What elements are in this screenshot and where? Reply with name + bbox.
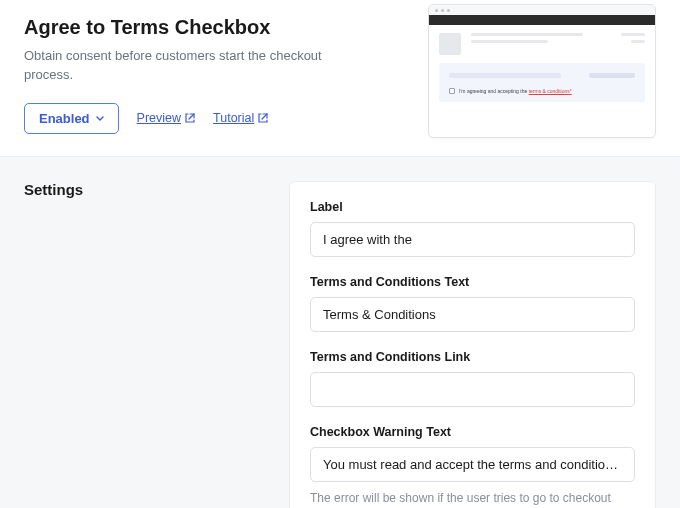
label-input[interactable] bbox=[310, 222, 635, 257]
preview-link[interactable]: Preview bbox=[137, 111, 195, 125]
thumb-topbar bbox=[429, 15, 655, 25]
warning-label: Checkbox Warning Text bbox=[310, 425, 635, 439]
field-warning-group: Checkbox Warning Text The error will be … bbox=[310, 425, 635, 508]
thumb-checkbox-text: I'm agreeing and accepting the terms & c… bbox=[459, 88, 572, 94]
settings-heading: Settings bbox=[24, 181, 269, 198]
external-link-icon bbox=[258, 113, 268, 123]
terms-link-input[interactable] bbox=[310, 372, 635, 407]
field-terms-link-group: Terms and Conditions Link bbox=[310, 350, 635, 407]
external-link-icon bbox=[185, 113, 195, 123]
enabled-toggle-button[interactable]: Enabled bbox=[24, 103, 119, 134]
window-dots bbox=[429, 5, 655, 15]
warning-input[interactable] bbox=[310, 447, 635, 482]
page-title: Agree to Terms Checkbox bbox=[24, 16, 364, 39]
warning-help-text: The error will be shown if the user trie… bbox=[310, 490, 635, 508]
thumb-body: I'm agreeing and accepting the terms & c… bbox=[429, 25, 655, 110]
field-label-group: Label bbox=[310, 200, 635, 257]
settings-side: Settings bbox=[24, 181, 269, 508]
terms-text-label: Terms and Conditions Text bbox=[310, 275, 635, 289]
settings-section: Settings Label Terms and Conditions Text… bbox=[0, 157, 680, 508]
preview-link-label: Preview bbox=[137, 111, 181, 125]
field-terms-text-group: Terms and Conditions Text bbox=[310, 275, 635, 332]
tutorial-link[interactable]: Tutorial bbox=[213, 111, 268, 125]
tutorial-link-label: Tutorial bbox=[213, 111, 254, 125]
header-card: Agree to Terms Checkbox Obtain consent b… bbox=[0, 0, 680, 157]
header-left: Agree to Terms Checkbox Obtain consent b… bbox=[24, 16, 364, 134]
caret-down-icon bbox=[96, 116, 104, 121]
field-label-label: Label bbox=[310, 200, 635, 214]
settings-card: Label Terms and Conditions Text Terms an… bbox=[289, 181, 656, 508]
actions-row: Enabled Preview Tutorial bbox=[24, 103, 364, 134]
page-subtitle: Obtain consent before customers start th… bbox=[24, 47, 364, 85]
thumb-checkbox-icon bbox=[449, 88, 455, 94]
enabled-toggle-label: Enabled bbox=[39, 111, 90, 126]
preview-thumbnail: I'm agreeing and accepting the terms & c… bbox=[428, 4, 656, 138]
terms-link-label: Terms and Conditions Link bbox=[310, 350, 635, 364]
terms-text-input[interactable] bbox=[310, 297, 635, 332]
